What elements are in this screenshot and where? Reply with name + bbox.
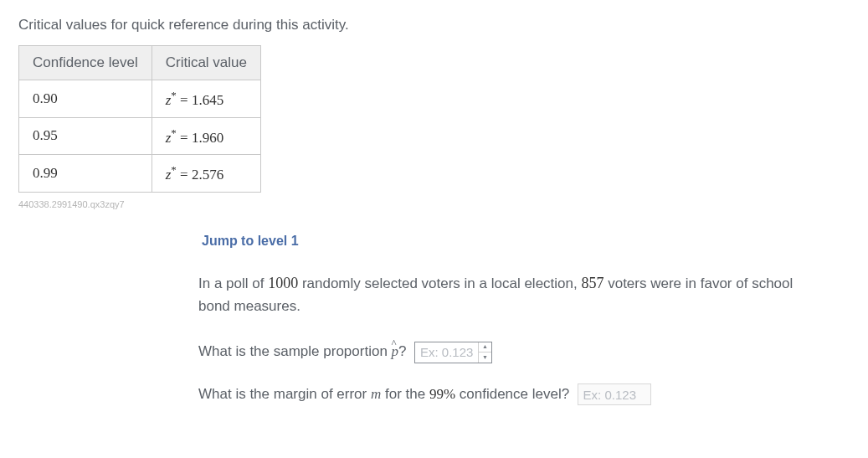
table-row: 0.99 z* = 2.576 [19, 155, 261, 193]
problem-statement: In a poll of 1000 randomly selected vote… [198, 272, 818, 317]
q1-text: What is the sample proportion [198, 343, 392, 359]
question-area: Jump to level 1 In a poll of 1000 random… [198, 233, 818, 405]
p-hat-symbol: ^p [392, 341, 399, 363]
q2-text-before: What is the margin of error [198, 386, 371, 402]
table-row: 0.90 z* = 1.645 [19, 80, 261, 118]
sample-size: 1000 [268, 275, 298, 291]
m-symbol: m [371, 386, 381, 402]
conf-level-value: 0.99 [33, 165, 58, 181]
confidence-pct: 99% [429, 386, 455, 402]
text: randomly selected voters in a local elec… [298, 275, 581, 291]
z-value: 2.576 [192, 167, 223, 183]
header-critical: Critical value [152, 46, 260, 80]
text: In a poll of [198, 275, 268, 291]
step-down-icon[interactable]: ▼ [479, 353, 491, 363]
z-value: 1.645 [192, 92, 223, 108]
question-1: What is the sample proportion ^p? ▲ ▼ [198, 341, 818, 363]
conf-level-value: 0.90 [33, 90, 58, 106]
step-up-icon[interactable]: ▲ [479, 342, 491, 353]
z-value: 1.960 [192, 129, 223, 145]
id-footprint: 440338.2991490.qx3zqy7 [18, 199, 850, 209]
q2-text-after: confidence level? [455, 386, 569, 402]
equals: = [177, 129, 192, 145]
q2-text-mid: for the [381, 386, 429, 402]
table-row: 0.95 z* = 1.960 [19, 117, 261, 155]
equals: = [177, 167, 192, 183]
critical-values-table: Confidence level Critical value 0.90 z* … [18, 45, 261, 193]
favor-count: 857 [581, 275, 603, 291]
margin-of-error-input[interactable] [578, 383, 651, 405]
header-confidence: Confidence level [19, 46, 152, 80]
conf-level-value: 0.95 [33, 127, 58, 143]
stepper: ▲ ▼ [478, 342, 491, 363]
sample-proportion-input-wrap: ▲ ▼ [414, 342, 492, 363]
jump-to-level-link[interactable]: Jump to level 1 [202, 234, 299, 249]
q1-qmark: ? [398, 343, 406, 359]
sample-proportion-input[interactable] [415, 342, 478, 363]
equals: = [177, 92, 192, 108]
intro-text: Critical values for quick reference duri… [18, 17, 850, 33]
question-2: What is the margin of error m for the 99… [198, 383, 818, 406]
